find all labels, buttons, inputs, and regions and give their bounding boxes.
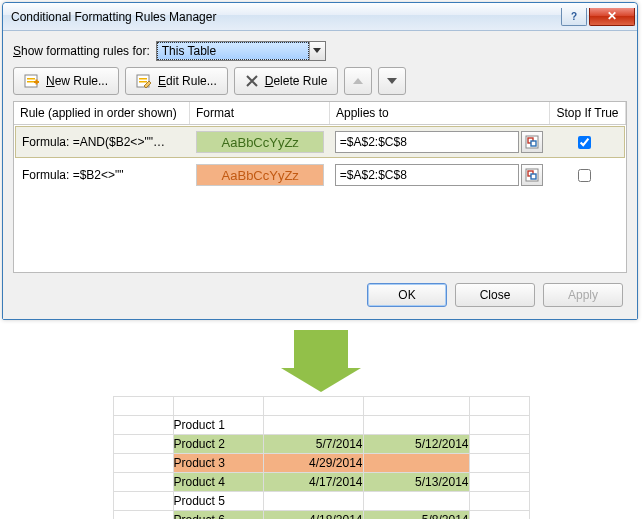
move-up-button[interactable] xyxy=(344,67,372,95)
window-title: Conditional Formatting Rules Manager xyxy=(11,10,561,24)
new-rule-icon xyxy=(24,73,40,89)
cell-delivery: 5/8/2014 xyxy=(363,511,469,520)
col-header-product: Product xyxy=(173,397,263,416)
rules-list: Rule (applied in order shown) Format App… xyxy=(13,101,627,273)
rule-formula: Formula: =$B2<>"" xyxy=(18,168,192,182)
scope-dropdown-value: This Table xyxy=(157,42,309,60)
spreadsheet-grid: Product Date of Sale Delivery Date Produ… xyxy=(113,396,530,519)
help-button[interactable]: ? xyxy=(561,8,587,26)
new-rule-label: New Rule... xyxy=(46,74,108,88)
close-dialog-button[interactable]: Close xyxy=(455,283,535,307)
table-row: Product 4 4/17/2014 5/13/2014 xyxy=(113,473,529,492)
svg-rect-14 xyxy=(531,174,536,179)
arrow-down-icon xyxy=(281,330,361,392)
scope-dropdown[interactable]: This Table xyxy=(156,41,326,61)
cell-date-sale xyxy=(263,492,363,511)
cell-product: Product 2 xyxy=(173,435,263,454)
edit-rule-icon xyxy=(136,73,152,89)
caret-up-icon xyxy=(353,78,363,84)
rule-formula: Formula: =AND($B2<>""… xyxy=(18,135,192,149)
stop-if-true-checkbox[interactable] xyxy=(578,136,591,149)
show-rules-row: Show formatting rules for: This Table xyxy=(13,41,627,61)
delete-rule-label: Delete Rule xyxy=(265,74,328,88)
svg-rect-2 xyxy=(27,78,35,80)
cell-delivery xyxy=(363,454,469,473)
edit-rule-label: Edit Rule... xyxy=(158,74,217,88)
col-header-delivery: Delivery Date xyxy=(363,397,469,416)
range-selector-icon xyxy=(525,135,539,149)
format-preview: AaBbCcYyZz xyxy=(196,164,324,186)
cell-product: Product 6 xyxy=(173,511,263,520)
table-row: Product 3 4/29/2014 xyxy=(113,454,529,473)
format-preview: AaBbCcYyZz xyxy=(196,131,324,153)
header-rule: Rule (applied in order shown) xyxy=(14,102,190,124)
ok-button[interactable]: OK xyxy=(367,283,447,307)
applies-to-input-group xyxy=(335,131,543,153)
cell-date-sale: 4/18/2014 xyxy=(263,511,363,520)
table-row: Product 2 5/7/2014 5/12/2014 xyxy=(113,435,529,454)
close-icon: ✕ xyxy=(607,9,617,23)
table-row: Product 5 xyxy=(113,492,529,511)
cell-date-sale: 4/17/2014 xyxy=(263,473,363,492)
caret-down-icon xyxy=(387,78,397,84)
header-stop: Stop If True xyxy=(550,102,626,124)
table-row: Product 1 xyxy=(113,416,529,435)
apply-button[interactable]: Apply xyxy=(543,283,623,307)
svg-rect-5 xyxy=(139,78,147,80)
svg-marker-0 xyxy=(313,48,321,53)
cell-date-sale: 4/29/2014 xyxy=(263,454,363,473)
stop-if-true-checkbox[interactable] xyxy=(578,169,591,182)
rules-header: Rule (applied in order shown) Format App… xyxy=(14,102,626,125)
chevron-down-icon xyxy=(309,42,325,60)
cell-product: Product 3 xyxy=(173,454,263,473)
show-rules-label: Show formatting rules for: xyxy=(13,44,150,58)
applies-to-input-group xyxy=(335,164,543,186)
new-rule-button[interactable]: New Rule... xyxy=(13,67,119,95)
dialog-footer: OK Close Apply xyxy=(13,273,627,309)
cell-delivery xyxy=(363,416,469,435)
cell-delivery xyxy=(363,492,469,511)
cell-delivery: 5/13/2014 xyxy=(363,473,469,492)
help-icon: ? xyxy=(571,11,577,22)
table-header-row: Product Date of Sale Delivery Date xyxy=(113,397,529,416)
cell-product: Product 4 xyxy=(173,473,263,492)
toolbar: New Rule... Edit Rule... Delete Rule xyxy=(13,67,627,95)
move-down-button[interactable] xyxy=(378,67,406,95)
svg-marker-7 xyxy=(353,78,363,84)
titlebar: Conditional Formatting Rules Manager ? ✕ xyxy=(3,3,637,31)
svg-rect-11 xyxy=(531,141,536,146)
applies-to-input[interactable] xyxy=(335,164,519,186)
table-row: Product 6 4/18/2014 5/8/2014 xyxy=(113,511,529,520)
cell-date-sale xyxy=(263,416,363,435)
titlebar-buttons: ? ✕ xyxy=(561,8,637,26)
rule-row[interactable]: Formula: =$B2<>"" AaBbCcYyZz xyxy=(15,159,625,191)
cell-date-sale: 5/7/2014 xyxy=(263,435,363,454)
header-format: Format xyxy=(190,102,330,124)
dialog-body: Show formatting rules for: This Table Ne… xyxy=(3,31,637,319)
dialog-window: Conditional Formatting Rules Manager ? ✕… xyxy=(2,2,638,320)
cell-delivery: 5/12/2014 xyxy=(363,435,469,454)
cell-product: Product 5 xyxy=(173,492,263,511)
range-selector-button[interactable] xyxy=(521,131,543,153)
worksheet: Product Date of Sale Delivery Date Produ… xyxy=(0,392,642,519)
svg-rect-6 xyxy=(139,81,147,83)
edit-rule-button[interactable]: Edit Rule... xyxy=(125,67,228,95)
header-applies: Applies to xyxy=(330,102,550,124)
close-button[interactable]: ✕ xyxy=(589,8,635,26)
delete-rule-button[interactable]: Delete Rule xyxy=(234,67,339,95)
svg-marker-8 xyxy=(387,78,397,84)
svg-rect-3 xyxy=(27,81,35,83)
applies-to-input[interactable] xyxy=(335,131,519,153)
col-header-date-sale: Date of Sale xyxy=(263,397,363,416)
range-selector-button[interactable] xyxy=(521,164,543,186)
cell-product: Product 1 xyxy=(173,416,263,435)
delete-rule-icon xyxy=(245,74,259,88)
range-selector-icon xyxy=(525,168,539,182)
rule-row[interactable]: Formula: =AND($B2<>""… AaBbCcYyZz xyxy=(15,126,625,158)
